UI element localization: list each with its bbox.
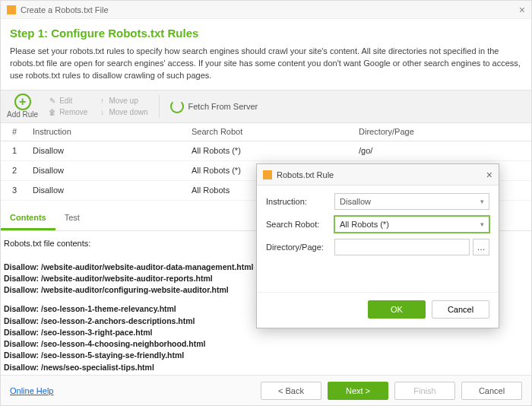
plus-icon: + bbox=[14, 94, 31, 110]
step-title: Step 1: Configure Robots.txt Rules bbox=[10, 27, 522, 40]
col-robot: Search Robot bbox=[192, 127, 359, 136]
col-num: # bbox=[1, 127, 28, 136]
titlebar: Create a Robots.txt File × bbox=[1, 1, 531, 19]
rule-dialog: Robots.txt Rule × Instruction: Disallow … bbox=[256, 163, 499, 328]
tab-test[interactable]: Test bbox=[55, 207, 89, 230]
trash-icon: 🗑 bbox=[49, 108, 56, 116]
pencil-icon: ✎ bbox=[49, 97, 56, 105]
window-title: Create a Robots.txt File bbox=[21, 5, 109, 14]
dialog-cancel-button[interactable]: Cancel bbox=[432, 300, 489, 319]
table-header: # Instruction Search Robot Directory/Pag… bbox=[1, 123, 531, 141]
move-up-button[interactable]: ↑Move up bbox=[98, 97, 147, 105]
directory-input[interactable] bbox=[334, 239, 470, 255]
col-instruction: Instruction bbox=[28, 127, 192, 136]
file-line: Disallow: /seo-lesson-5-staying-se-frien… bbox=[4, 350, 528, 361]
separator bbox=[159, 95, 160, 118]
content-area: Step 1: Configure Robots.txt Rules Pleas… bbox=[1, 19, 531, 82]
main-window: Create a Robots.txt File × Step 1: Confi… bbox=[0, 0, 532, 406]
online-help-link[interactable]: Online Help bbox=[10, 386, 53, 395]
fetch-button[interactable]: Fetch From Server bbox=[170, 100, 258, 113]
dialog-title: Robots.txt Rule bbox=[277, 170, 334, 179]
fetch-label: Fetch From Server bbox=[188, 102, 258, 111]
arrow-up-icon: ↑ bbox=[98, 97, 106, 105]
file-line: Disallow: /seo-lesson-4-choosing-neighbo… bbox=[4, 338, 528, 350]
next-button[interactable]: Next > bbox=[328, 382, 388, 400]
back-button[interactable]: < Back bbox=[261, 382, 321, 400]
app-icon bbox=[7, 5, 16, 14]
search-robot-select[interactable]: All Robots (*) ▾ bbox=[334, 216, 489, 233]
directory-label: Directory/Page: bbox=[266, 243, 334, 252]
robot-label: Search Robot: bbox=[266, 220, 334, 229]
chevron-down-icon: ▾ bbox=[480, 198, 484, 205]
dialog-ok-button[interactable]: OK bbox=[368, 300, 426, 319]
refresh-icon bbox=[170, 100, 184, 113]
dialog-titlebar: Robots.txt Rule × bbox=[257, 164, 499, 186]
arrow-down-icon: ↓ bbox=[98, 108, 106, 116]
tab-contents[interactable]: Contents bbox=[1, 207, 55, 230]
instruction-label: Instruction: bbox=[266, 197, 334, 206]
dialog-footer: OK Cancel bbox=[257, 292, 499, 328]
browse-button[interactable]: … bbox=[473, 239, 489, 255]
toolbar: + Add Rule ✎Edit 🗑Remove ↑Move up ↓Move … bbox=[1, 90, 531, 123]
cancel-button[interactable]: Cancel bbox=[461, 382, 522, 400]
table-row[interactable]: 1 Disallow All Robots (*) /go/ bbox=[1, 141, 531, 161]
app-icon bbox=[263, 170, 272, 179]
file-line: Disallow: /seo-lesson-3-right-pace.html bbox=[4, 327, 528, 338]
col-dir: Directory/Page bbox=[359, 127, 531, 136]
dialog-close-icon[interactable]: × bbox=[486, 169, 492, 181]
file-line: Disallow: /news/seo-specialist-tips.html bbox=[4, 362, 528, 373]
move-down-button[interactable]: ↓Move down bbox=[98, 108, 147, 116]
remove-button[interactable]: 🗑Remove bbox=[49, 108, 87, 116]
add-rule-button[interactable]: + Add Rule bbox=[7, 94, 38, 119]
add-rule-label: Add Rule bbox=[7, 110, 38, 119]
close-icon[interactable]: × bbox=[519, 4, 525, 16]
instruction-select[interactable]: Disallow ▾ bbox=[334, 193, 489, 210]
chevron-down-icon: ▾ bbox=[480, 220, 484, 228]
finish-button[interactable]: Finish bbox=[394, 382, 455, 400]
step-description: Please set your robots.txt rules to spec… bbox=[10, 46, 522, 82]
dialog-body: Instruction: Disallow ▾ Search Robot: Al… bbox=[257, 186, 499, 269]
move-group: ↑Move up ↓Move down bbox=[98, 97, 147, 116]
edit-button[interactable]: ✎Edit bbox=[49, 97, 87, 105]
edit-remove-group: ✎Edit 🗑Remove bbox=[49, 97, 87, 116]
footer: Online Help < Back Next > Finish Cancel bbox=[1, 375, 531, 405]
